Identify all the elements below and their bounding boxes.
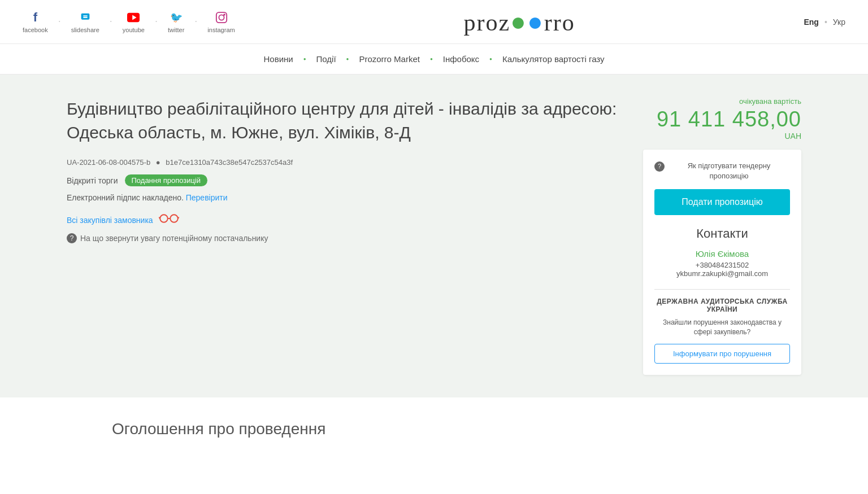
instagram-label: instagram	[207, 27, 235, 33]
svg-rect-2	[83, 17, 87, 18]
nav-events[interactable]: Події	[312, 54, 341, 64]
facebook-icon: f	[28, 10, 42, 25]
nav-dot-1: ●	[303, 56, 306, 62]
lang-switcher: Eng • Укр	[804, 18, 845, 27]
social-dot-2: ·	[110, 16, 112, 26]
signature-row: Електронний підпис накладено. Перевірити	[67, 193, 620, 202]
twitter-label: twitter	[168, 27, 184, 33]
svg-point-6	[219, 15, 224, 20]
facebook-label: facebook	[23, 27, 48, 33]
bottom-section: Оголошення про проведення	[67, 397, 801, 461]
left-column: Будівництво реабілітаційного центру для …	[67, 97, 620, 375]
tender-ids: UA-2021-06-08-004575-b ● b1e7ce1310a743c…	[67, 158, 620, 167]
lang-separator: •	[824, 18, 827, 27]
status-badge: Подання пропозицій	[125, 174, 208, 186]
price-label: очікувана вартість	[643, 97, 801, 106]
youtube-label: youtube	[123, 27, 145, 33]
content-inner: Будівництво реабілітаційного центру для …	[67, 97, 801, 375]
nav-calculator[interactable]: Калькулятор вартості газу	[498, 54, 609, 64]
all-procurements-row: Всі закупівлі замовника	[67, 213, 620, 226]
section-title: Оголошення про проведення	[112, 420, 756, 438]
social-dot-3: ·	[155, 16, 158, 26]
facebook-link[interactable]: f facebook	[23, 10, 48, 33]
glasses-icon	[159, 213, 179, 226]
how-to-prepare[interactable]: ? Як підготувати тендерну пропозицію	[654, 161, 790, 181]
tender-title: Будівництво реабілітаційного центру для …	[67, 97, 620, 145]
logo-area[interactable]: proz●●rro	[463, 7, 575, 37]
svg-rect-0	[81, 14, 89, 20]
instagram-link[interactable]: instagram	[207, 10, 235, 33]
youtube-link[interactable]: youtube	[123, 10, 145, 33]
tender-type: Відкриті торги	[67, 176, 118, 185]
twitter-link[interactable]: 🐦 twitter	[168, 10, 184, 33]
nav-news[interactable]: Новини	[259, 54, 297, 64]
price-currency: UAH	[643, 132, 801, 141]
content-wrapper: Будівництво реабілітаційного центру для …	[0, 75, 868, 397]
slideshare-label: slideshare	[71, 27, 99, 33]
twitter-icon: 🐦	[169, 10, 184, 25]
svg-rect-5	[216, 12, 226, 23]
tender-type-row: Відкриті торги Подання пропозицій	[67, 174, 620, 186]
contact-name: Юлія Єкімова	[654, 249, 790, 259]
price-value: 91 411 458,00	[643, 108, 801, 132]
svg-point-8	[160, 215, 168, 222]
contact-phone: +380484231502	[654, 261, 790, 269]
price-section: очікувана вартість 91 411 458,00 UAH	[643, 97, 801, 141]
lang-eng[interactable]: Eng	[804, 18, 818, 27]
nav-dot-4: ●	[489, 56, 492, 62]
nav-market[interactable]: Prozorro Market	[354, 54, 424, 64]
submit-proposal-button[interactable]: Подати пропозицію	[654, 189, 790, 215]
audit-desc: Знайшли порушення законодавства у сфері …	[654, 318, 790, 337]
social-dot-4: ·	[194, 16, 197, 26]
all-procurements-link[interactable]: Всі закупівлі замовника	[67, 216, 153, 225]
sidebar-card: ? Як підготувати тендерну пропозицію Под…	[643, 150, 801, 375]
supplier-note-row[interactable]: ? На що звернути увагу потенційному пост…	[67, 233, 620, 243]
right-column: очікувана вартість 91 411 458,00 UAH ? Я…	[643, 97, 801, 375]
main-nav: Новини ● Події ● Prozorro Market ● Інфоб…	[0, 44, 868, 75]
signature-text: Електронний підпис накладено.	[67, 193, 184, 202]
nav-dot-3: ●	[430, 56, 433, 62]
how-to-question-icon: ?	[654, 161, 665, 172]
svg-point-9	[170, 215, 178, 222]
youtube-icon	[126, 10, 141, 25]
verify-link[interactable]: Перевірити	[186, 193, 228, 202]
supplier-note-text: На що звернути увагу потенційному постач…	[80, 234, 268, 243]
contacts-heading: Контакти	[654, 226, 790, 241]
tender-id-ua: UA-2021-06-08-004575-b	[67, 158, 150, 167]
top-bar: f facebook · slideshare · youtube · 🐦 tw…	[0, 0, 868, 44]
id-bullet: ●	[156, 158, 160, 167]
question-icon: ?	[67, 233, 77, 243]
tender-id-hash: b1e7ce1310a743c38e547c2537c54a3f	[166, 158, 293, 167]
logo: proz●●rro	[463, 7, 575, 37]
instagram-icon	[214, 10, 229, 25]
svg-rect-1	[83, 15, 87, 16]
lang-ukr[interactable]: Укр	[833, 18, 845, 27]
social-links: f facebook · slideshare · youtube · 🐦 tw…	[23, 10, 235, 33]
slideshare-icon	[78, 10, 93, 25]
svg-point-7	[224, 14, 225, 15]
contact-email: ykbumr.zakupki@gmail.com	[654, 269, 790, 278]
divider	[654, 289, 790, 290]
audit-button[interactable]: Інформувати про порушення	[654, 344, 790, 364]
nav-infobox[interactable]: Інфобокс	[439, 54, 484, 64]
slideshare-link[interactable]: slideshare	[71, 10, 99, 33]
social-dot-1: ·	[58, 16, 61, 26]
how-to-label: Як підготувати тендерну пропозицію	[668, 161, 790, 181]
nav-dot-2: ●	[346, 56, 349, 62]
audit-heading: ДЕРЖАВНА АУДИТОРСЬКА СЛУЖБА УКРАЇНИ	[654, 298, 790, 313]
